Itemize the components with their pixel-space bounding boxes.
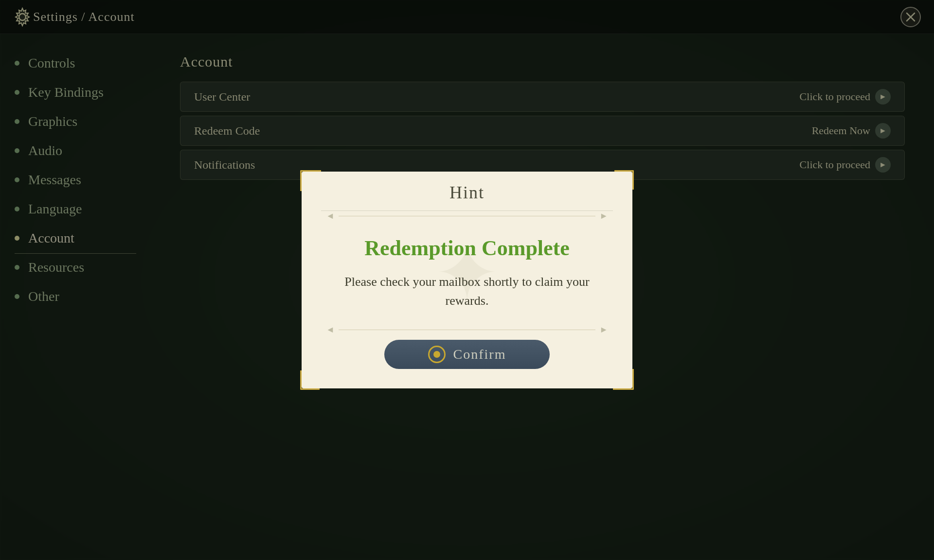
right-arrow-icon: ►	[599, 211, 608, 221]
divider-line-bottom	[339, 330, 595, 330]
modal-overlay: Hint ◄ ► ✦ Redemption Complete Please ch…	[0, 0, 934, 560]
left-arrow-icon: ◄	[326, 211, 335, 221]
redemption-title: Redemption Complete	[364, 236, 570, 261]
modal-bottom-divider: ◄ ►	[321, 325, 613, 335]
modal-body: ✦ Redemption Complete Please check your …	[335, 221, 599, 325]
left-arrow-bottom-icon: ◄	[326, 325, 335, 335]
modal-header: Hint	[321, 172, 613, 211]
corner-bl-decoration	[300, 370, 320, 390]
confirm-button[interactable]: Confirm	[384, 340, 550, 369]
hint-modal: Hint ◄ ► ✦ Redemption Complete Please ch…	[302, 172, 632, 388]
divider-line-top	[339, 216, 595, 216]
confirm-icon-inner	[433, 351, 440, 358]
redemption-description: Please check your mailbox shortly to cla…	[344, 272, 589, 310]
modal-top-divider: ◄ ►	[321, 211, 613, 221]
right-arrow-bottom-icon: ►	[599, 325, 608, 335]
modal-title: Hint	[449, 183, 485, 202]
confirm-label: Confirm	[453, 347, 506, 362]
corner-tr-decoration	[614, 170, 634, 190]
confirm-icon	[428, 346, 446, 363]
